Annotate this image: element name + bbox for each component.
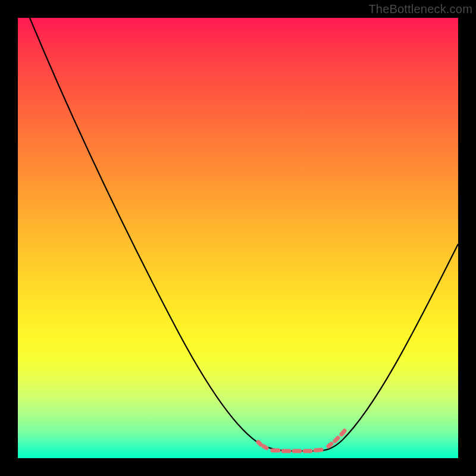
svg-line-1 bbox=[264, 446, 267, 448]
svg-line-8 bbox=[335, 438, 338, 441]
chart-container: TheBottleneck.com bbox=[0, 0, 476, 476]
watermark-text: TheBottleneck.com bbox=[368, 2, 472, 16]
svg-line-0 bbox=[258, 442, 261, 444]
plot-area bbox=[18, 18, 458, 458]
bottleneck-curve-path bbox=[30, 18, 458, 451]
svg-line-7 bbox=[328, 444, 331, 446]
svg-line-6 bbox=[315, 450, 321, 450]
chart-svg bbox=[18, 18, 458, 458]
svg-line-9 bbox=[342, 431, 345, 434]
